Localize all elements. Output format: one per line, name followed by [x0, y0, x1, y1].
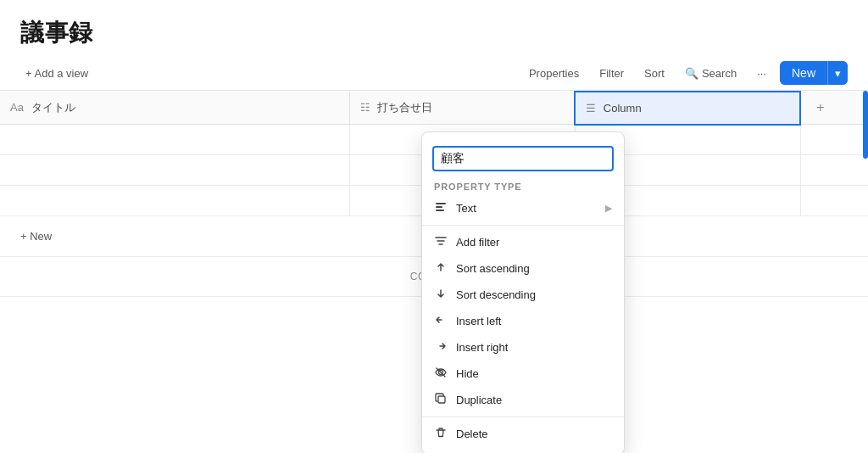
menu-item-sort-desc[interactable]: Sort descending [422, 282, 624, 308]
menu-item-text[interactable]: Text ▶ [422, 195, 624, 221]
filter-button[interactable]: Filter [593, 64, 631, 83]
filter-icon [434, 235, 448, 249]
cell-add-1 [800, 125, 868, 155]
property-type-label: PROPERTY TYPE [422, 175, 624, 195]
search-icon: 🔍 [685, 67, 698, 80]
menu-item-add-filter-label: Add filter [456, 236, 612, 249]
sort-desc-icon [434, 288, 448, 302]
column-column-label: Column [604, 102, 642, 115]
sort-button[interactable]: Sort [637, 64, 671, 83]
menu-divider-1 [422, 225, 624, 226]
hide-icon [434, 366, 448, 381]
menu-item-duplicate-label: Duplicate [456, 394, 612, 406]
column-header-title[interactable]: Aa タイトル [0, 92, 349, 125]
add-view-button[interactable]: + Add a view [20, 64, 93, 83]
new-button-group: New ▾ [780, 61, 848, 85]
cell-title-1[interactable] [0, 125, 349, 155]
duplicate-icon [434, 393, 448, 407]
list-icon: ☰ [586, 102, 596, 115]
search-button[interactable]: 🔍 Search [678, 64, 743, 83]
column-header-date[interactable]: ☷ 打ち合せ日 [349, 92, 575, 125]
insert-right-icon [434, 340, 448, 355]
add-column-button[interactable]: + [811, 98, 829, 117]
chevron-right-icon: ▶ [605, 203, 612, 214]
page-title: 議事録 [20, 17, 848, 49]
calendar-icon: ☷ [360, 101, 370, 114]
menu-item-sort-asc[interactable]: Sort ascending [422, 255, 624, 282]
new-button-dropdown[interactable]: ▾ [827, 61, 848, 85]
menu-item-insert-left-label: Insert left [456, 315, 612, 327]
menu-item-duplicate[interactable]: Duplicate [422, 387, 624, 413]
menu-divider-2 [422, 417, 624, 417]
menu-item-hide[interactable]: Hide [422, 361, 624, 387]
menu-item-text-label: Text [456, 202, 597, 215]
page-wrapper: 議事録 + Add a view Properties Filter Sort … [0, 0, 868, 453]
toolbar-left: + Add a view [20, 64, 522, 83]
delete-icon [434, 427, 448, 441]
scrollbar-accent[interactable] [863, 91, 868, 159]
text-icon [434, 201, 448, 215]
menu-item-insert-right[interactable]: Insert right [422, 334, 624, 361]
menu-item-hide-label: Hide [456, 367, 612, 380]
cell-title-3[interactable] [0, 186, 349, 216]
text-field-icon: Aa [10, 101, 24, 114]
properties-button[interactable]: Properties [522, 64, 586, 83]
menu-item-sort-asc-label: Sort ascending [456, 262, 612, 275]
table-header-row: Aa タイトル ☷ 打ち合せ日 ☰ Column + [0, 92, 868, 125]
svg-rect-0 [436, 203, 446, 204]
menu-item-add-filter[interactable]: Add filter [422, 229, 624, 255]
sort-asc-icon [434, 261, 448, 276]
menu-item-delete-label: Delete [456, 428, 612, 440]
menu-item-sort-desc-label: Sort descending [456, 288, 612, 301]
svg-rect-4 [438, 396, 445, 403]
cell-title-2[interactable] [0, 155, 349, 186]
column-name-input[interactable] [432, 146, 614, 171]
column-title-label: タイトル [31, 101, 75, 114]
context-menu: PROPERTY TYPE Text ▶ Add filter [421, 131, 625, 453]
title-area: 議事録 [0, 0, 868, 56]
toolbar: + Add a view Properties Filter Sort 🔍 Se… [0, 56, 868, 91]
column-date-label: 打ち合せ日 [377, 101, 432, 114]
new-button[interactable]: New [780, 61, 827, 85]
svg-rect-1 [436, 206, 442, 208]
chevron-down-icon: ▾ [835, 67, 841, 80]
more-options-button[interactable]: ··· [750, 64, 773, 83]
menu-item-delete[interactable]: Delete [422, 421, 624, 447]
menu-item-insert-right-label: Insert right [456, 341, 612, 354]
column-header-column[interactable]: ☰ Column [575, 92, 800, 125]
cell-add-3 [800, 186, 868, 216]
add-column-header[interactable]: + [800, 92, 868, 125]
svg-rect-2 [436, 210, 444, 211]
cell-add-2 [800, 155, 868, 186]
menu-item-insert-left[interactable]: Insert left [422, 308, 624, 334]
menu-input-wrap [422, 139, 624, 175]
toolbar-right: Properties Filter Sort 🔍 Search ··· New … [522, 61, 848, 85]
insert-left-icon [434, 314, 448, 328]
